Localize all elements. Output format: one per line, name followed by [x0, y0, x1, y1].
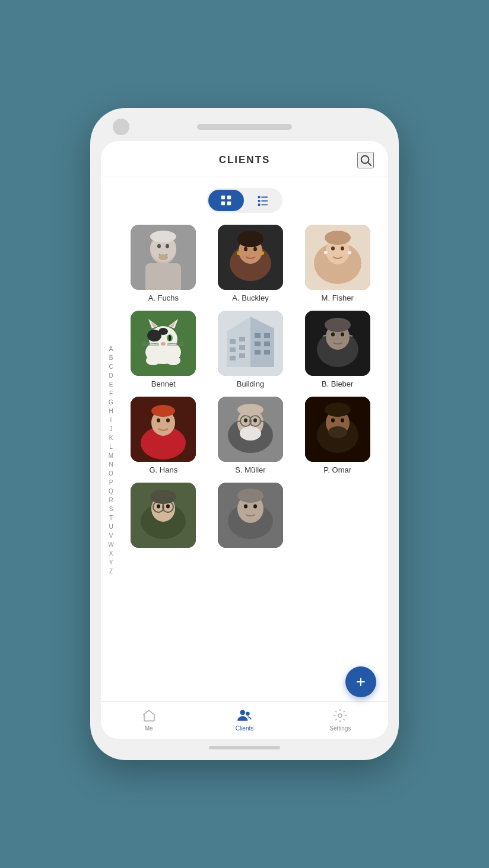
svg-rect-64: [255, 350, 261, 355]
view-toggle-area: [101, 177, 388, 219]
client-card-abuckley[interactable]: A. Buckley: [211, 225, 291, 302]
svg-point-20: [150, 231, 176, 242]
svg-point-92: [244, 419, 247, 423]
client-name-abuckley: A. Buckley: [232, 293, 268, 302]
svg-point-47: [169, 335, 171, 341]
phone-speaker: [197, 124, 292, 130]
clients-grid-scroll[interactable]: A. Fuchs: [101, 219, 388, 701]
svg-point-75: [331, 333, 335, 337]
search-button[interactable]: [357, 152, 374, 168]
svg-point-106: [325, 403, 351, 417]
svg-rect-60: [255, 333, 261, 338]
alpha-a[interactable]: A: [107, 345, 115, 353]
client-name-afuchs: A. Fuchs: [148, 293, 179, 302]
svg-point-28: [261, 251, 264, 255]
alpha-e[interactable]: E: [107, 381, 115, 389]
client-card-bennet[interactable]: Bennet: [123, 311, 204, 388]
svg-point-100: [240, 426, 261, 441]
svg-rect-7: [261, 197, 268, 198]
alpha-w[interactable]: W: [107, 541, 115, 549]
alpha-h[interactable]: H: [107, 407, 115, 416]
client-card-smuller[interactable]: S. Müller: [211, 397, 291, 474]
grid-icon: [220, 194, 233, 207]
svg-rect-3: [227, 196, 231, 199]
alpha-u[interactable]: U: [107, 523, 115, 531]
client-card-pomar[interactable]: P. Omar: [297, 397, 377, 474]
client-card-afuchs[interactable]: A. Fuchs: [123, 225, 204, 302]
alpha-z[interactable]: Z: [107, 567, 115, 576]
client-card-building[interactable]: Building: [211, 311, 291, 388]
client-card-mfisher[interactable]: M. Fisher: [297, 225, 377, 302]
svg-point-36: [348, 251, 351, 254]
alpha-g[interactable]: G: [107, 398, 115, 407]
alpha-p[interactable]: P: [107, 478, 115, 487]
alpha-f[interactable]: F: [107, 390, 115, 398]
svg-point-76: [341, 333, 344, 337]
svg-rect-68: [230, 347, 236, 352]
alpha-r[interactable]: R: [107, 496, 115, 505]
svg-point-34: [325, 231, 351, 245]
alpha-y[interactable]: Y: [107, 559, 115, 567]
svg-point-32: [331, 247, 335, 251]
alpha-k[interactable]: K: [107, 434, 115, 442]
phone-screen: CLIENTS: [101, 141, 388, 739]
content-area: A B C D E F G H I J K L M N O P Q R S T: [101, 219, 388, 701]
svg-point-33: [341, 247, 344, 251]
alpha-o[interactable]: O: [107, 470, 115, 478]
alpha-v[interactable]: V: [107, 532, 115, 540]
clients-icon: [237, 708, 252, 723]
client-photo-smuller: [218, 397, 283, 462]
svg-point-93: [253, 419, 257, 423]
svg-rect-2: [221, 196, 225, 199]
svg-rect-69: [239, 345, 245, 350]
bottom-handle: [209, 746, 280, 749]
client-photo-afuchs: [131, 225, 196, 290]
alpha-q[interactable]: Q: [107, 487, 115, 496]
settings-icon: [332, 708, 348, 723]
svg-point-18: [166, 244, 169, 248]
alpha-b[interactable]: B: [107, 354, 115, 362]
svg-point-123: [240, 710, 245, 715]
svg-point-55: [146, 356, 160, 365]
grid-view-button[interactable]: [208, 190, 244, 211]
client-photo-ghans: [131, 397, 196, 462]
svg-point-19: [158, 254, 168, 260]
alpha-x[interactable]: X: [107, 550, 115, 558]
svg-rect-62: [255, 342, 261, 346]
svg-rect-15: [145, 263, 181, 290]
alpha-t[interactable]: T: [107, 514, 115, 522]
alpha-m[interactable]: M: [107, 452, 115, 460]
svg-point-27: [237, 251, 240, 255]
client-name-building: Building: [237, 379, 264, 388]
client-name-smuller: S. Müller: [235, 465, 265, 474]
list-view-button[interactable]: [245, 190, 281, 211]
alpha-i[interactable]: I: [107, 416, 115, 425]
client-card-row4b[interactable]: [211, 483, 291, 551]
svg-point-88: [151, 405, 175, 417]
alpha-c[interactable]: C: [107, 363, 115, 371]
svg-point-125: [338, 714, 342, 717]
nav-item-clients[interactable]: Clients: [196, 708, 292, 732]
nav-label-clients: Clients: [236, 725, 254, 732]
svg-point-35: [324, 251, 328, 254]
svg-rect-70: [230, 356, 236, 360]
nav-item-me[interactable]: Me: [101, 708, 196, 732]
svg-rect-10: [258, 204, 261, 206]
client-card-bbieber[interactable]: B. Bieber: [297, 311, 377, 388]
client-card-row4a[interactable]: [123, 483, 204, 551]
client-photo-mfisher: [305, 225, 370, 290]
app-header: CLIENTS: [101, 141, 388, 177]
svg-point-111: [157, 505, 160, 509]
alpha-n[interactable]: N: [107, 461, 115, 469]
add-client-button[interactable]: +: [345, 666, 376, 697]
svg-rect-61: [264, 333, 270, 338]
alpha-s[interactable]: S: [107, 505, 115, 513]
client-name-ghans: G. Hans: [149, 465, 177, 474]
alpha-l[interactable]: L: [107, 443, 115, 451]
nav-item-settings[interactable]: Settings: [293, 708, 388, 732]
svg-line-1: [368, 162, 371, 165]
alpha-j[interactable]: J: [107, 425, 115, 433]
alpha-d[interactable]: D: [107, 372, 115, 380]
phone-notch: [101, 119, 388, 135]
client-card-ghans[interactable]: G. Hans: [123, 397, 204, 474]
